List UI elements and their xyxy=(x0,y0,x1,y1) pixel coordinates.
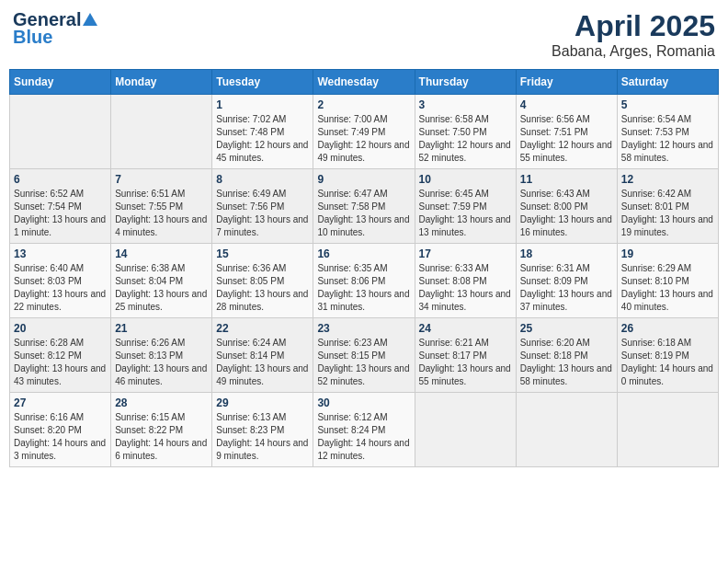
calendar-cell: 15Sunrise: 6:36 AMSunset: 8:05 PMDayligh… xyxy=(212,244,313,318)
calendar-table: SundayMondayTuesdayWednesdayThursdayFrid… xyxy=(9,69,719,467)
day-number: 15 xyxy=(216,247,309,260)
day-info: Sunrise: 6:49 AMSunset: 7:56 PMDaylight:… xyxy=(216,188,309,239)
calendar-cell: 12Sunrise: 6:42 AMSunset: 8:01 PMDayligh… xyxy=(617,169,718,244)
calendar-cell: 20Sunrise: 6:28 AMSunset: 8:12 PMDayligh… xyxy=(10,318,111,393)
calendar-cell xyxy=(10,95,111,169)
day-info: Sunrise: 6:54 AMSunset: 7:53 PMDaylight:… xyxy=(621,113,714,165)
day-number: 17 xyxy=(419,247,512,260)
day-number: 11 xyxy=(520,173,613,186)
day-info: Sunrise: 6:40 AMSunset: 8:03 PMDaylight:… xyxy=(14,262,107,314)
day-number: 12 xyxy=(621,173,714,186)
svg-marker-0 xyxy=(83,13,97,26)
day-number: 3 xyxy=(419,98,512,111)
day-info: Sunrise: 6:24 AMSunset: 8:14 PMDaylight:… xyxy=(216,337,309,388)
day-number: 23 xyxy=(317,322,410,335)
day-number: 4 xyxy=(520,98,613,111)
day-number: 9 xyxy=(317,173,410,186)
day-number: 5 xyxy=(621,98,714,111)
day-info: Sunrise: 6:23 AMSunset: 8:15 PMDaylight:… xyxy=(317,337,410,388)
calendar-cell: 8Sunrise: 6:49 AMSunset: 7:56 PMDaylight… xyxy=(212,169,313,244)
day-info: Sunrise: 6:51 AMSunset: 7:55 PMDaylight:… xyxy=(115,188,208,239)
day-info: Sunrise: 6:35 AMSunset: 8:06 PMDaylight:… xyxy=(317,262,410,314)
calendar-cell: 29Sunrise: 6:13 AMSunset: 8:23 PMDayligh… xyxy=(212,393,313,467)
day-number: 2 xyxy=(317,98,410,111)
calendar-week-4: 20Sunrise: 6:28 AMSunset: 8:12 PMDayligh… xyxy=(10,318,719,393)
logo: General Blue xyxy=(13,9,99,48)
calendar-week-1: 1Sunrise: 7:02 AMSunset: 7:48 PMDaylight… xyxy=(10,95,719,169)
day-info: Sunrise: 6:33 AMSunset: 8:08 PMDaylight:… xyxy=(419,262,512,314)
calendar-cell: 25Sunrise: 6:20 AMSunset: 8:18 PMDayligh… xyxy=(516,318,617,393)
day-info: Sunrise: 6:56 AMSunset: 7:51 PMDaylight:… xyxy=(520,113,613,165)
calendar-cell: 17Sunrise: 6:33 AMSunset: 8:08 PMDayligh… xyxy=(415,244,516,318)
header-row: SundayMondayTuesdayWednesdayThursdayFrid… xyxy=(10,70,719,95)
day-number: 26 xyxy=(621,322,714,335)
day-info: Sunrise: 6:42 AMSunset: 8:01 PMDaylight:… xyxy=(621,188,714,239)
calendar-cell: 22Sunrise: 6:24 AMSunset: 8:14 PMDayligh… xyxy=(212,318,313,393)
calendar-cell: 5Sunrise: 6:54 AMSunset: 7:53 PMDaylight… xyxy=(617,95,718,169)
logo-triangle-icon xyxy=(82,12,98,29)
calendar-cell: 21Sunrise: 6:26 AMSunset: 8:13 PMDayligh… xyxy=(111,318,212,393)
day-number: 20 xyxy=(14,322,107,335)
day-info: Sunrise: 6:29 AMSunset: 8:10 PMDaylight:… xyxy=(621,262,714,314)
day-number: 16 xyxy=(317,247,410,260)
calendar-cell: 14Sunrise: 6:38 AMSunset: 8:04 PMDayligh… xyxy=(111,244,212,318)
day-number: 19 xyxy=(621,247,714,260)
day-number: 28 xyxy=(115,396,208,409)
day-info: Sunrise: 6:38 AMSunset: 8:04 PMDaylight:… xyxy=(115,262,208,314)
day-number: 7 xyxy=(115,173,208,186)
day-number: 18 xyxy=(520,247,613,260)
calendar-week-3: 13Sunrise: 6:40 AMSunset: 8:03 PMDayligh… xyxy=(10,244,719,318)
header-day-friday: Friday xyxy=(516,70,617,95)
day-number: 29 xyxy=(216,396,309,409)
calendar-cell: 24Sunrise: 6:21 AMSunset: 8:17 PMDayligh… xyxy=(415,318,516,393)
header-day-tuesday: Tuesday xyxy=(212,70,313,95)
day-info: Sunrise: 7:02 AMSunset: 7:48 PMDaylight:… xyxy=(216,113,309,165)
day-number: 24 xyxy=(419,322,512,335)
calendar-cell: 30Sunrise: 6:12 AMSunset: 8:24 PMDayligh… xyxy=(313,393,415,467)
day-number: 21 xyxy=(115,322,208,335)
calendar-cell: 18Sunrise: 6:31 AMSunset: 8:09 PMDayligh… xyxy=(516,244,617,318)
calendar-cell: 28Sunrise: 6:15 AMSunset: 8:22 PMDayligh… xyxy=(111,393,212,467)
day-info: Sunrise: 6:26 AMSunset: 8:13 PMDaylight:… xyxy=(115,337,208,388)
calendar-cell: 23Sunrise: 6:23 AMSunset: 8:15 PMDayligh… xyxy=(313,318,415,393)
day-info: Sunrise: 6:45 AMSunset: 7:59 PMDaylight:… xyxy=(419,188,512,239)
day-info: Sunrise: 6:31 AMSunset: 8:09 PMDaylight:… xyxy=(520,262,613,314)
page-subtitle: Babana, Arges, Romania xyxy=(552,43,715,60)
day-number: 10 xyxy=(419,173,512,186)
day-number: 30 xyxy=(317,396,410,409)
calendar-cell xyxy=(415,393,516,467)
day-info: Sunrise: 6:43 AMSunset: 8:00 PMDaylight:… xyxy=(520,188,613,239)
day-number: 13 xyxy=(14,247,107,260)
day-number: 8 xyxy=(216,173,309,186)
calendar-cell: 26Sunrise: 6:18 AMSunset: 8:19 PMDayligh… xyxy=(617,318,718,393)
header-day-thursday: Thursday xyxy=(415,70,516,95)
calendar-cell: 7Sunrise: 6:51 AMSunset: 7:55 PMDaylight… xyxy=(111,169,212,244)
day-info: Sunrise: 6:52 AMSunset: 7:54 PMDaylight:… xyxy=(14,188,107,239)
calendar-cell xyxy=(617,393,718,467)
title-block: April 2025 Babana, Arges, Romania xyxy=(552,9,715,60)
day-number: 14 xyxy=(115,247,208,260)
logo-blue: Blue xyxy=(13,27,52,48)
calendar-cell: 3Sunrise: 6:58 AMSunset: 7:50 PMDaylight… xyxy=(415,95,516,169)
day-info: Sunrise: 6:21 AMSunset: 8:17 PMDaylight:… xyxy=(419,337,512,388)
day-number: 27 xyxy=(14,396,107,409)
calendar-cell: 2Sunrise: 7:00 AMSunset: 7:49 PMDaylight… xyxy=(313,95,415,169)
calendar-header: SundayMondayTuesdayWednesdayThursdayFrid… xyxy=(10,70,719,95)
day-info: Sunrise: 6:58 AMSunset: 7:50 PMDaylight:… xyxy=(419,113,512,165)
day-number: 22 xyxy=(216,322,309,335)
calendar-cell: 11Sunrise: 6:43 AMSunset: 8:00 PMDayligh… xyxy=(516,169,617,244)
day-info: Sunrise: 6:36 AMSunset: 8:05 PMDaylight:… xyxy=(216,262,309,314)
day-info: Sunrise: 6:20 AMSunset: 8:18 PMDaylight:… xyxy=(520,337,613,388)
calendar-cell: 4Sunrise: 6:56 AMSunset: 7:51 PMDaylight… xyxy=(516,95,617,169)
header-day-sunday: Sunday xyxy=(10,70,111,95)
day-info: Sunrise: 6:28 AMSunset: 8:12 PMDaylight:… xyxy=(14,337,107,388)
day-number: 25 xyxy=(520,322,613,335)
calendar-cell: 9Sunrise: 6:47 AMSunset: 7:58 PMDaylight… xyxy=(313,169,415,244)
day-info: Sunrise: 7:00 AMSunset: 7:49 PMDaylight:… xyxy=(317,113,410,165)
calendar-cell: 16Sunrise: 6:35 AMSunset: 8:06 PMDayligh… xyxy=(313,244,415,318)
calendar-cell xyxy=(516,393,617,467)
day-info: Sunrise: 6:13 AMSunset: 8:23 PMDaylight:… xyxy=(216,411,309,463)
day-number: 1 xyxy=(216,98,309,111)
calendar-week-5: 27Sunrise: 6:16 AMSunset: 8:20 PMDayligh… xyxy=(10,393,719,467)
calendar-cell: 1Sunrise: 7:02 AMSunset: 7:48 PMDaylight… xyxy=(212,95,313,169)
